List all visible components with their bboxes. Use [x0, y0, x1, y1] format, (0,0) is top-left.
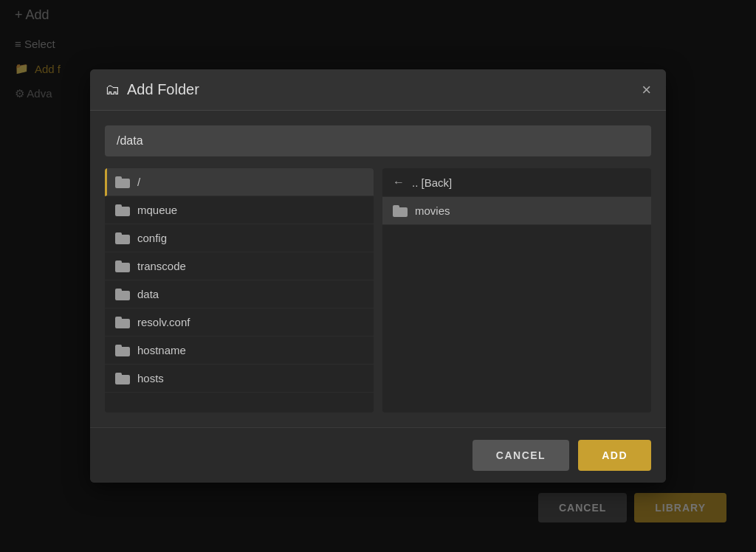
folder-icon	[115, 317, 130, 328]
modal-close-button[interactable]: ×	[642, 82, 651, 98]
folder-icon	[115, 232, 130, 244]
back-label: .. [Back]	[412, 176, 452, 189]
back-arrow-icon: ←	[393, 176, 405, 189]
folder-icon	[115, 204, 130, 216]
list-item[interactable]: config	[105, 224, 374, 252]
folder-icon	[393, 205, 408, 217]
list-item[interactable]: transcode	[105, 252, 374, 280]
folder-name: config	[137, 232, 167, 244]
folder-icon	[115, 373, 130, 384]
modal-body: / mqueue config transcode	[90, 111, 666, 427]
folder-name: movies	[415, 204, 450, 217]
list-item[interactable]: data	[105, 280, 374, 308]
left-panel: / mqueue config transcode	[105, 168, 374, 413]
list-item[interactable]: hostname	[105, 337, 374, 365]
modal-title: 🗂 Add Folder	[105, 81, 199, 98]
folder-icon	[115, 289, 130, 300]
folder-icon	[115, 345, 130, 356]
list-item[interactable]: resolv.conf	[105, 308, 374, 337]
modal-title-text: Add Folder	[127, 81, 199, 98]
folder-name: mqueue	[137, 204, 177, 216]
list-item[interactable]: /	[105, 168, 374, 196]
back-item[interactable]: ← .. [Back]	[382, 168, 651, 197]
add-folder-modal: 🗂 Add Folder × / mqueue	[90, 69, 666, 483]
folder-name: hosts	[137, 372, 164, 384]
folder-name: hostname	[137, 344, 186, 356]
folder-icon-title: 🗂	[105, 81, 120, 98]
add-button[interactable]: ADD	[578, 440, 651, 471]
folder-icon	[115, 261, 130, 272]
list-item[interactable]: mqueue	[105, 196, 374, 224]
folder-name: resolv.conf	[137, 316, 190, 328]
file-browser: / mqueue config transcode	[105, 168, 651, 413]
modal-header: 🗂 Add Folder ×	[90, 69, 666, 111]
cancel-button[interactable]: CANCEL	[472, 440, 569, 471]
path-input[interactable]	[105, 125, 651, 156]
folder-icon	[115, 176, 130, 188]
modal-footer: CANCEL ADD	[90, 427, 666, 483]
right-panel: ← .. [Back] movies	[382, 168, 651, 413]
list-item[interactable]: hosts	[105, 365, 374, 393]
folder-name: /	[137, 176, 140, 188]
list-item[interactable]: movies	[382, 197, 651, 225]
folder-name: transcode	[137, 260, 186, 272]
modal-backdrop: 🗂 Add Folder × / mqueue	[0, 0, 756, 552]
folder-name: data	[137, 288, 159, 300]
